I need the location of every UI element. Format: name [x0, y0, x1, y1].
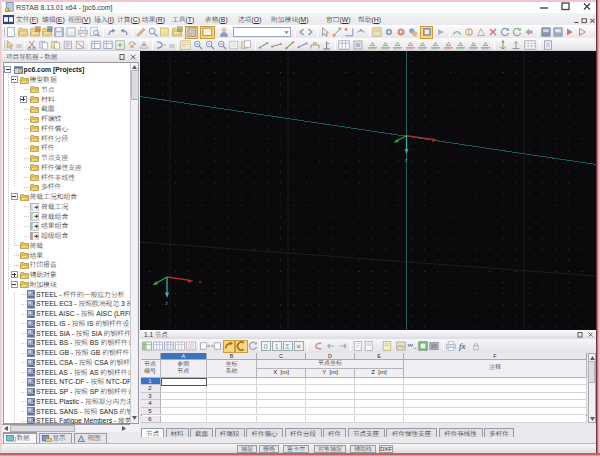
svg-text:z: z	[405, 157, 408, 163]
svg-text:z: z	[165, 300, 168, 306]
